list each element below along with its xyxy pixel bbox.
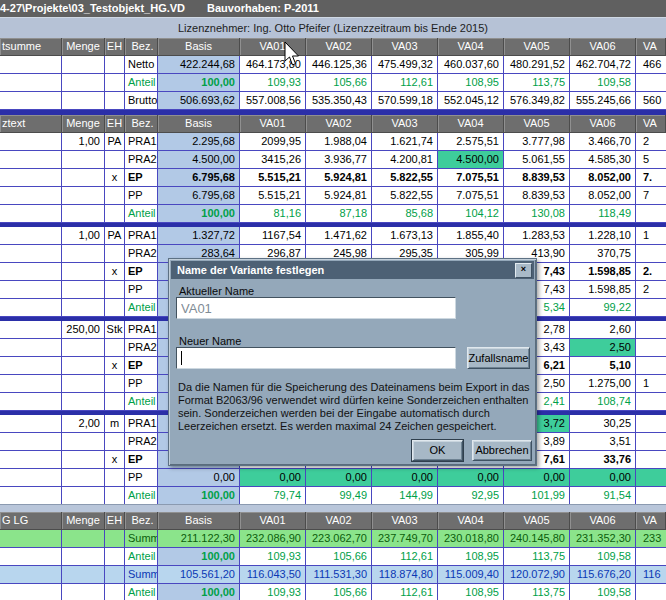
value-cell[interactable]: 1.275,00 bbox=[570, 375, 636, 393]
basis-cell[interactable]: 422.244,68 bbox=[158, 56, 240, 74]
menge-cell[interactable] bbox=[62, 393, 105, 411]
value-cell[interactable]: 5,10 bbox=[570, 357, 636, 375]
value-cell[interactable]: 2.575,51 bbox=[438, 133, 504, 151]
current-name-field[interactable] bbox=[176, 297, 456, 319]
value-cell[interactable]: 3415,26 bbox=[240, 151, 306, 169]
close-icon[interactable]: × bbox=[515, 263, 532, 278]
value-cell[interactable]: 144,99 bbox=[372, 487, 438, 504]
value-cell[interactable]: 240.145,80 bbox=[504, 530, 570, 548]
value-cell[interactable]: 1.988,04 bbox=[306, 133, 372, 151]
value-cell[interactable]: 3,51 bbox=[570, 433, 636, 451]
value-cell[interactable]: 462.704,72 bbox=[570, 56, 636, 74]
eh-cell[interactable]: Stk bbox=[105, 321, 125, 339]
value-cell[interactable]: 0,00 bbox=[438, 469, 504, 487]
bez-cell[interactable]: PRA1 bbox=[125, 415, 158, 433]
value-cell[interactable]: 113,75 bbox=[504, 548, 570, 566]
bez-cell[interactable]: Anteil bbox=[125, 584, 158, 600]
value-cell-partial[interactable]: 2 bbox=[636, 281, 666, 299]
value-cell[interactable]: 120.072,90 bbox=[504, 566, 570, 584]
row-label-cell[interactable] bbox=[0, 56, 62, 74]
row-label-cell[interactable] bbox=[0, 133, 62, 151]
column-header-va04[interactable]: VA04 bbox=[438, 512, 504, 530]
menge-cell[interactable] bbox=[62, 375, 105, 393]
value-cell-partial[interactable] bbox=[636, 205, 666, 223]
value-cell[interactable]: 576.349,82 bbox=[504, 92, 570, 110]
row-label-cell[interactable] bbox=[0, 187, 62, 205]
column-header-bez[interactable]: Bez. bbox=[125, 38, 158, 56]
value-cell[interactable]: 8.052,00 bbox=[570, 187, 636, 205]
value-cell[interactable]: 446.125,36 bbox=[306, 56, 372, 74]
bez-cell[interactable]: PRA2 bbox=[125, 151, 158, 169]
bez-cell[interactable]: Summe bbox=[125, 566, 158, 584]
bez-cell[interactable]: PP bbox=[125, 375, 158, 393]
row-label-cell[interactable] bbox=[0, 530, 62, 548]
value-cell[interactable]: 104,12 bbox=[438, 205, 504, 223]
value-cell[interactable]: 5.515,21 bbox=[240, 169, 306, 187]
menge-cell[interactable] bbox=[62, 169, 105, 187]
column-header-va02[interactable]: VA02 bbox=[306, 38, 372, 56]
value-cell[interactable]: 1.673,13 bbox=[372, 227, 438, 245]
basis-cell[interactable]: 6.795,68 bbox=[158, 169, 240, 187]
value-cell[interactable]: 108,74 bbox=[570, 393, 636, 411]
column-header-va02[interactable]: VA02 bbox=[306, 115, 372, 133]
column-header-va01[interactable]: VA01 bbox=[240, 115, 306, 133]
basis-cell[interactable]: 0,00 bbox=[158, 469, 240, 487]
value-cell[interactable]: 1.598,85 bbox=[570, 263, 636, 281]
column-header-va05[interactable]: VA05 bbox=[504, 38, 570, 56]
value-cell[interactable]: 0,00 bbox=[240, 469, 306, 487]
value-cell[interactable]: 112,61 bbox=[372, 584, 438, 600]
value-cell[interactable]: 0,00 bbox=[372, 469, 438, 487]
column-header-bez[interactable]: Bez. bbox=[125, 115, 158, 133]
value-cell[interactable]: 115.009,40 bbox=[438, 566, 504, 584]
menge-cell[interactable]: 1,00 bbox=[62, 227, 105, 245]
value-cell[interactable]: 5.822,55 bbox=[372, 187, 438, 205]
eh-cell[interactable] bbox=[105, 281, 125, 299]
value-cell[interactable]: 113,75 bbox=[504, 584, 570, 600]
column-header-label[interactable]: tsumme bbox=[0, 38, 62, 56]
value-cell[interactable]: 113,75 bbox=[504, 74, 570, 92]
menge-cell[interactable] bbox=[62, 151, 105, 169]
bez-cell[interactable]: EP bbox=[125, 169, 158, 187]
column-header-basis[interactable]: Basis bbox=[158, 38, 240, 56]
eh-cell[interactable] bbox=[105, 487, 125, 504]
column-header-va05[interactable]: VA05 bbox=[504, 115, 570, 133]
eh-cell[interactable] bbox=[105, 151, 125, 169]
column-header-basis[interactable]: Basis bbox=[158, 115, 240, 133]
value-cell[interactable]: 91,54 bbox=[570, 487, 636, 504]
eh-cell[interactable] bbox=[105, 245, 125, 263]
menge-cell[interactable] bbox=[62, 469, 105, 487]
row-label-cell[interactable] bbox=[0, 92, 62, 110]
row-label-cell[interactable] bbox=[0, 169, 62, 187]
value-cell[interactable]: 2099,95 bbox=[240, 133, 306, 151]
menge-cell[interactable] bbox=[62, 451, 105, 469]
eh-cell[interactable] bbox=[105, 74, 125, 92]
bez-cell[interactable]: PRA2 bbox=[125, 245, 158, 263]
column-header-va06[interactable]: VA06 bbox=[570, 115, 636, 133]
bez-cell[interactable]: Anteil bbox=[125, 548, 158, 566]
eh-cell[interactable] bbox=[105, 548, 125, 566]
eh-cell[interactable] bbox=[105, 469, 125, 487]
column-header-bez[interactable]: Bez. bbox=[125, 512, 158, 530]
bez-cell[interactable]: Anteil bbox=[125, 299, 158, 317]
row-label-cell[interactable] bbox=[0, 451, 62, 469]
row-label-cell[interactable] bbox=[0, 469, 62, 487]
value-cell[interactable]: 109,93 bbox=[240, 584, 306, 600]
value-cell[interactable]: 85,68 bbox=[372, 205, 438, 223]
column-header-eh[interactable]: EH bbox=[105, 512, 125, 530]
menge-cell[interactable] bbox=[62, 56, 105, 74]
value-cell[interactable]: 1.471,62 bbox=[306, 227, 372, 245]
value-cell-partial[interactable]: 560 bbox=[636, 92, 666, 110]
menge-cell[interactable] bbox=[62, 263, 105, 281]
menge-cell[interactable] bbox=[62, 339, 105, 357]
eh-cell[interactable]: x bbox=[105, 451, 125, 469]
menge-cell[interactable] bbox=[62, 92, 105, 110]
column-header-va04[interactable]: VA04 bbox=[438, 115, 504, 133]
value-cell[interactable]: 0,00 bbox=[504, 469, 570, 487]
row-label-cell[interactable] bbox=[0, 487, 62, 504]
value-cell-partial[interactable] bbox=[636, 487, 666, 504]
eh-cell[interactable] bbox=[105, 584, 125, 600]
value-cell[interactable]: 109,93 bbox=[240, 548, 306, 566]
eh-cell[interactable] bbox=[105, 92, 125, 110]
bez-cell[interactable]: PP bbox=[125, 469, 158, 487]
bez-cell[interactable]: PRA2 bbox=[125, 339, 158, 357]
